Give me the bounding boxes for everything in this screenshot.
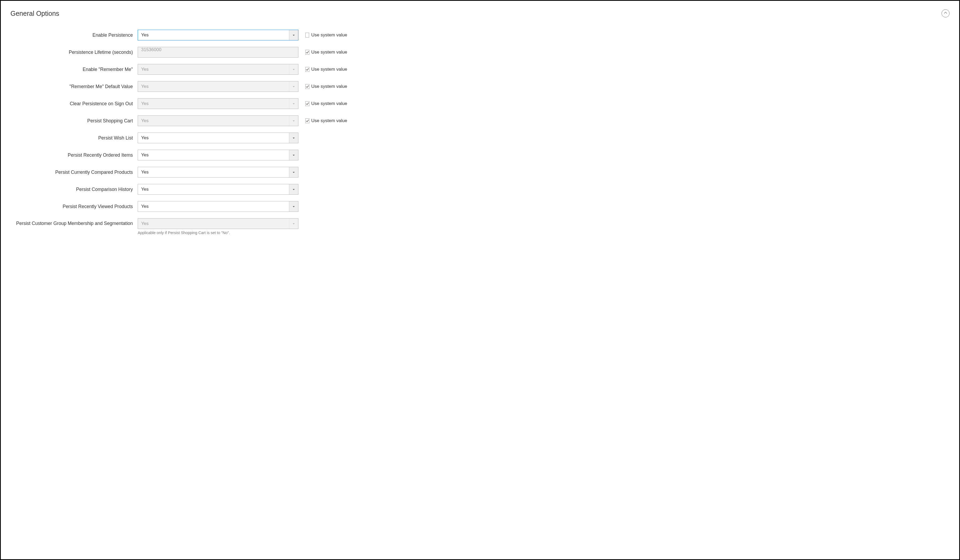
caret-down-icon [289,30,298,40]
caret-down-icon [289,167,298,177]
use-system-cell [298,84,309,89]
config-row-persistence-lifetime: Persistence Lifetime (seconds)31536000Us… [10,47,950,58]
field-hint: Applicable only if Persist Shopping Cart… [138,229,298,235]
config-row-persist-cart: Persist Shopping CartYesUse system value [10,115,950,126]
select-value: Yes [141,187,295,192]
caret-down-icon [289,202,298,211]
select-value: Yes [141,221,295,226]
persist-customer-group-select: Yes [138,218,298,229]
use-system-checkbox[interactable] [306,84,309,89]
clear-on-signout-select: Yes [138,98,298,109]
select-value: Yes [141,67,295,72]
caret-down-icon [289,99,298,109]
use-system-label[interactable]: Use system value [309,67,363,72]
section-header: General Options [10,10,950,18]
chevron-up-icon [944,11,947,16]
config-row-enable-remember-me: Enable "Remember Me"YesUse system value [10,64,950,75]
section-collapse-button[interactable] [941,10,950,18]
use-system-label[interactable]: Use system value [309,118,363,123]
field-control-wrap: Yes [138,98,298,109]
field-control-wrap: Yes [138,150,298,160]
persist-wishlist-select[interactable]: Yes [138,133,298,143]
caret-down-icon [289,64,298,74]
caret-down-icon [289,116,298,126]
field-control-wrap: Yes [138,167,298,178]
config-row-persist-comparison-history: Persist Comparison HistoryYes [10,184,950,195]
caret-down-icon [289,219,298,229]
field-label: "Remember Me" Default Value [10,84,138,90]
config-row-enable-persistence: Enable PersistenceYesUse system value [10,30,950,40]
field-label: Persist Wish List [10,135,138,141]
field-label: Clear Persistence on Sign Out [10,101,138,107]
field-control-wrap: Yes [138,115,298,126]
select-value: Yes [141,204,295,209]
config-row-persist-recently-viewed: Persist Recently Viewed ProductsYes [10,201,950,212]
persistence-lifetime-input: 31536000 [138,47,298,58]
enable-persistence-select[interactable]: Yes [138,30,298,40]
field-label: Enable Persistence [10,32,138,38]
use-system-cell [298,67,309,72]
use-system-label[interactable]: Use system value [309,32,363,38]
field-control-wrap: YesApplicable only if Persist Shopping C… [138,218,298,235]
use-system-cell [298,33,309,37]
field-control-wrap: Yes [138,64,298,75]
field-control-wrap: Yes [138,81,298,92]
persist-recently-viewed-select[interactable]: Yes [138,201,298,212]
use-system-checkbox[interactable] [306,101,309,106]
field-label: Persist Customer Group Membership and Se… [10,218,138,226]
field-label: Persist Recently Viewed Products [10,204,138,210]
config-row-persist-currently-compared: Persist Currently Compared ProductsYes [10,167,950,178]
use-system-label[interactable]: Use system value [309,50,363,55]
select-value: Yes [141,152,295,158]
caret-down-icon [289,150,298,160]
select-value: Yes [141,170,295,175]
caret-down-icon [289,82,298,91]
field-label: Enable "Remember Me" [10,67,138,72]
field-label: Persistence Lifetime (seconds) [10,50,138,55]
select-value: Yes [141,84,295,89]
select-value: Yes [141,32,295,38]
select-value: Yes [141,101,295,106]
use-system-label[interactable]: Use system value [309,101,363,106]
use-system-checkbox[interactable] [306,50,309,54]
field-control-wrap: 31536000 [138,47,298,58]
config-row-persist-wishlist: Persist Wish ListYes [10,133,950,143]
select-value: Yes [141,135,295,141]
caret-down-icon [289,133,298,143]
caret-down-icon [289,184,298,194]
use-system-label[interactable]: Use system value [309,84,363,89]
select-value: Yes [141,118,295,123]
form-rows: Enable PersistenceYesUse system valuePer… [10,30,950,235]
persist-recently-ordered-select[interactable]: Yes [138,150,298,160]
field-label: Persist Currently Compared Products [10,170,138,175]
config-row-persist-customer-group: Persist Customer Group Membership and Se… [10,218,950,235]
field-control-wrap: Yes [138,133,298,143]
use-system-cell [298,118,309,123]
persist-cart-select: Yes [138,115,298,126]
persist-currently-compared-select[interactable]: Yes [138,167,298,178]
config-row-persist-recently-ordered: Persist Recently Ordered ItemsYes [10,150,950,160]
persist-comparison-history-select[interactable]: Yes [138,184,298,195]
config-panel: General Options Enable PersistenceYesUse… [0,0,960,560]
use-system-cell [298,101,309,106]
field-control-wrap: Yes [138,201,298,212]
enable-remember-me-select: Yes [138,64,298,75]
config-row-clear-on-signout: Clear Persistence on Sign OutYesUse syst… [10,98,950,109]
use-system-checkbox[interactable] [306,33,309,37]
use-system-cell [298,50,309,54]
remember-me-default-select: Yes [138,81,298,92]
field-control-wrap: Yes [138,184,298,195]
section-title: General Options [10,10,59,18]
config-row-remember-me-default: "Remember Me" Default ValueYesUse system… [10,81,950,92]
use-system-checkbox[interactable] [306,67,309,72]
use-system-checkbox[interactable] [306,118,309,123]
field-label: Persist Comparison History [10,187,138,192]
field-label: Persist Recently Ordered Items [10,152,138,158]
field-label: Persist Shopping Cart [10,118,138,124]
field-control-wrap: Yes [138,30,298,40]
